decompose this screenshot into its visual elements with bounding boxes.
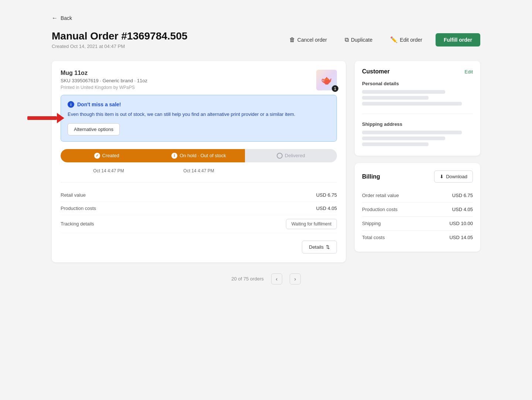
trash-icon: 🗑 (289, 37, 295, 43)
status-delivered: Delivered (245, 149, 337, 162)
billing-shipping-value: USD 10.00 (449, 221, 473, 226)
edit-order-button[interactable]: ✏️ Edit order (386, 33, 427, 46)
retail-value: USD 6.75 (316, 192, 337, 198)
billing-row-shipping: Shipping USD 10.00 (362, 217, 473, 231)
fulfill-order-label: Fulfill order (444, 37, 472, 43)
pagination-next-button[interactable]: › (290, 273, 301, 285)
production-label: Production costs (61, 206, 96, 211)
status-created-label: Created (102, 153, 119, 158)
retail-value-row: Retail value USD 6.75 (61, 189, 337, 202)
copy-icon: ⧉ (345, 37, 349, 43)
status-info-icon: i (171, 153, 177, 159)
customer-edit-link[interactable]: Edit (465, 69, 473, 75)
alert-title: i Don't miss a sale! (68, 101, 330, 108)
billing-row-retail: Order retail value USD 6.75 (362, 189, 473, 203)
pagination-prev-button[interactable]: ‹ (271, 273, 282, 285)
production-value: USD 4.05 (316, 206, 337, 211)
product-emoji: 🫖 (321, 75, 332, 85)
chevron-right-icon: › (294, 276, 296, 282)
page-subtitle: Created Oct 14, 2021 at 04:47 PM (52, 44, 187, 49)
billing-card-header: Billing ⬇ Download (362, 170, 473, 183)
pencil-icon: ✏️ (390, 36, 398, 43)
arrow-head (57, 113, 64, 123)
blurred-address1 (362, 131, 462, 134)
download-button[interactable]: ⬇ Download (434, 170, 473, 183)
personal-details-label: Personal details (362, 81, 473, 86)
page-title: Manual Order #1369784.505 (52, 30, 187, 42)
pagination-text: 20 of 75 orders (231, 276, 263, 282)
check-icon: ✓ (94, 153, 100, 159)
order-details-panel: Mug 11oz SKU 3395067619 · Generic brand … (52, 61, 346, 262)
status-hold-label: On hold · Out of stock (180, 153, 226, 158)
chevron-updown-icon: ⇅ (326, 244, 330, 250)
billing-production-label: Production costs (362, 207, 398, 212)
status-on-hold: i On hold · Out of stock (153, 149, 245, 162)
blurred-name (362, 90, 445, 94)
details-btn-label: Details (309, 244, 324, 250)
fulfill-order-button[interactable]: Fulfill order (436, 33, 480, 46)
product-header: Mug 11oz SKU 3395067619 · Generic brand … (61, 70, 337, 90)
cancel-order-button[interactable]: 🗑 Cancel order (285, 34, 331, 46)
alert-box: i Don't miss a sale! Even though this it… (61, 95, 337, 142)
status-created: ✓ Created (61, 149, 153, 162)
tracking-label: Tracking details (61, 221, 94, 227)
retail-label: Retail value (61, 192, 86, 198)
cancel-order-label: Cancel order (297, 37, 327, 43)
page-title-block: Manual Order #1369784.505 Created Oct 14… (52, 30, 187, 49)
alt-options-label: Alternative options (74, 127, 113, 132)
download-icon: ⬇ (440, 174, 444, 179)
personal-details-block: Personal details (362, 81, 473, 114)
billing-card-title: Billing (362, 173, 380, 180)
billing-retail-label: Order retail value (362, 193, 399, 198)
blurred-address2 (362, 137, 445, 140)
product-sku: SKU 3395067619 · Generic brand · 11oz (61, 78, 147, 83)
status-bar: ✓ Created i On hold · Out of stock Deliv… (61, 149, 337, 162)
back-link[interactable]: ← Back (52, 15, 72, 21)
billing-total-value: USD 14.05 (449, 235, 473, 240)
status-empty-icon (277, 153, 283, 159)
billing-row-production: Production costs USD 4.05 (362, 203, 473, 217)
customer-card-header: Customer Edit (362, 68, 473, 75)
blurred-email (362, 96, 429, 100)
edit-order-label: Edit order (400, 37, 422, 43)
arrow-shaft (27, 116, 57, 120)
info-icon: i (68, 101, 74, 108)
billing-shipping-label: Shipping (362, 221, 381, 226)
billing-retail-value: USD 6.75 (452, 193, 473, 198)
duplicate-label: Duplicate (351, 37, 372, 43)
product-qty-badge: 1 (332, 85, 338, 92)
customer-card-title: Customer (362, 68, 390, 75)
product-print: Printed in United Kingdom by WPaPS (61, 85, 147, 90)
right-panel: Customer Edit Personal details Shipping … (355, 61, 480, 252)
blurred-address3 (362, 142, 429, 146)
order-details-table: Retail value USD 6.75 Production costs U… (61, 182, 337, 254)
product-info: Mug 11oz SKU 3395067619 · Generic brand … (61, 70, 147, 90)
blurred-phone (362, 102, 462, 106)
main-content: Mug 11oz SKU 3395067619 · Generic brand … (52, 61, 480, 262)
back-label: Back (61, 15, 72, 21)
alert-container: i Don't miss a sale! Even though this it… (61, 95, 337, 142)
billing-rows: Order retail value USD 6.75 Production c… (362, 189, 473, 244)
details-expand-button[interactable]: Details ⇅ (302, 241, 337, 254)
header-actions: 🗑 Cancel order ⧉ Duplicate ✏️ Edit order… (285, 33, 480, 46)
shipping-address-label: Shipping address (362, 121, 473, 127)
production-costs-row: Production costs USD 4.05 (61, 202, 337, 215)
alternative-options-button[interactable]: Alternative options (68, 123, 120, 135)
alert-text: Even though this item is out of stock, w… (68, 111, 330, 118)
product-name: Mug 11oz (61, 70, 147, 76)
billing-production-value: USD 4.05 (452, 207, 473, 212)
tracking-badge: Waiting for fulfilment (286, 219, 337, 229)
chevron-left-icon: ‹ (276, 276, 277, 282)
status-created-date: Oct 14 4:47 PM (64, 168, 154, 173)
customer-card: Customer Edit Personal details Shipping … (355, 61, 480, 156)
billing-row-total: Total costs USD 14.05 (362, 231, 473, 244)
billing-total-label: Total costs (362, 235, 385, 240)
duplicate-button[interactable]: ⧉ Duplicate (340, 34, 377, 46)
alert-title-text: Don't miss a sale! (77, 101, 121, 107)
back-arrow-icon: ← (52, 15, 58, 21)
status-delivered-label: Delivered (285, 153, 305, 158)
status-delivered-date (244, 168, 334, 173)
pagination-bar: 20 of 75 orders ‹ › (52, 273, 480, 299)
tracking-row: Tracking details Waiting for fulfilment (61, 215, 337, 233)
page-header: Manual Order #1369784.505 Created Oct 14… (52, 30, 480, 49)
